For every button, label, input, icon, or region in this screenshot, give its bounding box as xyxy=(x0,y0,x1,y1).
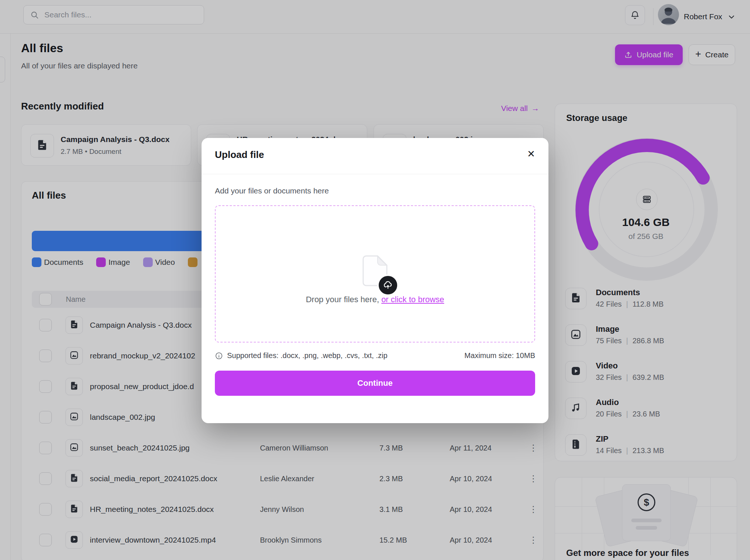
modal-header: Upload file ✕ xyxy=(202,138,548,174)
cloud-upload-icon xyxy=(383,280,393,290)
modal-title: Upload file xyxy=(215,149,264,161)
file-dropzone[interactable]: Drop your files here, or click to browse xyxy=(215,205,535,343)
upload-file-modal: Upload file ✕ Add your files or document… xyxy=(202,138,548,423)
file-manager-app: Robert Fox All files All of your files a… xyxy=(0,0,750,560)
supported-files-row: Supported files: .docx, .png, .webp, .cv… xyxy=(215,351,535,360)
close-icon[interactable]: ✕ xyxy=(527,149,535,159)
info-icon xyxy=(215,352,223,360)
dropzone-text: Drop your files here, or click to browse xyxy=(216,295,534,304)
browse-link[interactable]: or click to browse xyxy=(381,295,444,304)
max-size-text: Maximum size: 10MB xyxy=(464,351,535,360)
supported-files-text: Supported files: .docx, .png, .webp, .cv… xyxy=(227,351,388,360)
continue-button[interactable]: Continue xyxy=(215,371,535,396)
cloud-upload-badge xyxy=(377,274,399,296)
modal-subtitle: Add your files or documents here xyxy=(215,186,535,195)
modal-body: Add your files or documents here Drop yo… xyxy=(202,186,548,396)
